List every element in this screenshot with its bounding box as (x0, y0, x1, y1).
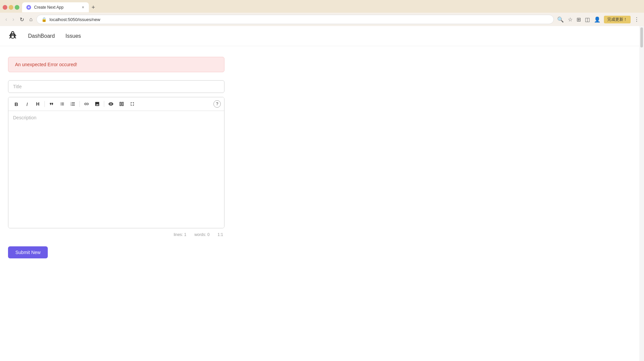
bullet-list-button[interactable] (57, 99, 67, 109)
browser-toolbar-right: 🔍 ☆ ⊞ ◫ 👤 完成更新！ ⋮ (556, 16, 640, 23)
editor-status-bar: lines: 1 words: 0 1:1 (8, 231, 224, 238)
editor-toolbar: B I H (8, 97, 224, 111)
title-input[interactable] (8, 80, 224, 93)
toolbar-divider-1 (44, 101, 45, 107)
link-button[interactable] (82, 99, 91, 109)
bold-button[interactable]: B (12, 99, 21, 109)
svg-point-1 (28, 6, 30, 8)
browser-chrome: Create Next App × + ‹ › ↻ ⌂ 🔒 localhost:… (0, 0, 644, 26)
toolbar-divider-3 (104, 101, 104, 107)
main-content: An unexpected Error occured! B I H (0, 46, 240, 269)
editor-body[interactable]: Description (8, 111, 224, 228)
words-status: words: 0 (194, 232, 209, 237)
profile-icon[interactable]: ◫ (584, 16, 591, 23)
nav-home-button[interactable]: ⌂ (28, 16, 34, 23)
window-minimize-btn[interactable] (9, 5, 13, 10)
address-bar[interactable]: 🔒 localhost:5050/issues/new (36, 15, 554, 24)
image-button[interactable] (93, 99, 102, 109)
extensions-icon[interactable]: ⊞ (576, 16, 582, 23)
menu-icon[interactable]: ⋮ (633, 16, 640, 23)
editor-placeholder: Description (13, 115, 36, 120)
scrollbar-thumb[interactable] (640, 27, 643, 47)
heading-button[interactable]: H (33, 99, 42, 109)
submit-button[interactable]: Submit New (8, 246, 48, 258)
window-controls (3, 5, 19, 10)
editor-container: B I H (8, 97, 224, 228)
ordered-list-button[interactable] (68, 99, 77, 109)
active-tab: Create Next App × (22, 2, 89, 12)
search-icon[interactable]: 🔍 (556, 16, 565, 23)
quote-button[interactable] (47, 99, 56, 109)
bookmark-star-icon[interactable]: ☆ (567, 16, 573, 23)
app-logo-icon (8, 30, 17, 42)
error-banner: An unexpected Error occured! (8, 57, 224, 72)
tab-close-button[interactable]: × (81, 5, 85, 10)
browser-tab-bar: Create Next App × + (0, 0, 644, 13)
fullscreen-button[interactable] (128, 99, 137, 109)
help-button[interactable]: ? (213, 100, 221, 108)
app-nav: DashBoard Issues (0, 26, 644, 46)
lines-status: lines: 1 (174, 232, 186, 237)
tab-title: Create Next App (34, 5, 78, 10)
new-tab-button[interactable]: + (89, 4, 98, 10)
account-icon[interactable]: 👤 (593, 16, 601, 23)
tab-favicon (26, 5, 31, 10)
url-text: localhost:5050/issues/new (49, 17, 549, 22)
nav-reload-button[interactable]: ↻ (18, 16, 25, 23)
nav-dashboard-link[interactable]: DashBoard (25, 32, 57, 40)
split-view-button[interactable] (117, 99, 126, 109)
italic-button[interactable]: I (22, 99, 32, 109)
update-button[interactable]: 完成更新！ (604, 16, 631, 23)
toolbar-divider-2 (79, 101, 80, 107)
scrollbar[interactable] (639, 26, 644, 361)
nav-issues-link[interactable]: Issues (63, 32, 84, 40)
preview-button[interactable] (106, 99, 116, 109)
window-maximize-btn[interactable] (15, 5, 19, 10)
browser-toolbar: ‹ › ↻ ⌂ 🔒 localhost:5050/issues/new 🔍 ☆ … (0, 13, 644, 26)
nav-forward-button[interactable]: › (11, 16, 15, 23)
error-message: An unexpected Error occured! (15, 62, 77, 67)
window-close-btn[interactable] (3, 5, 7, 10)
position-status: 1:1 (217, 232, 223, 237)
app-content: DashBoard Issues An unexpected Error occ… (0, 26, 644, 361)
nav-back-button[interactable]: ‹ (4, 16, 8, 23)
